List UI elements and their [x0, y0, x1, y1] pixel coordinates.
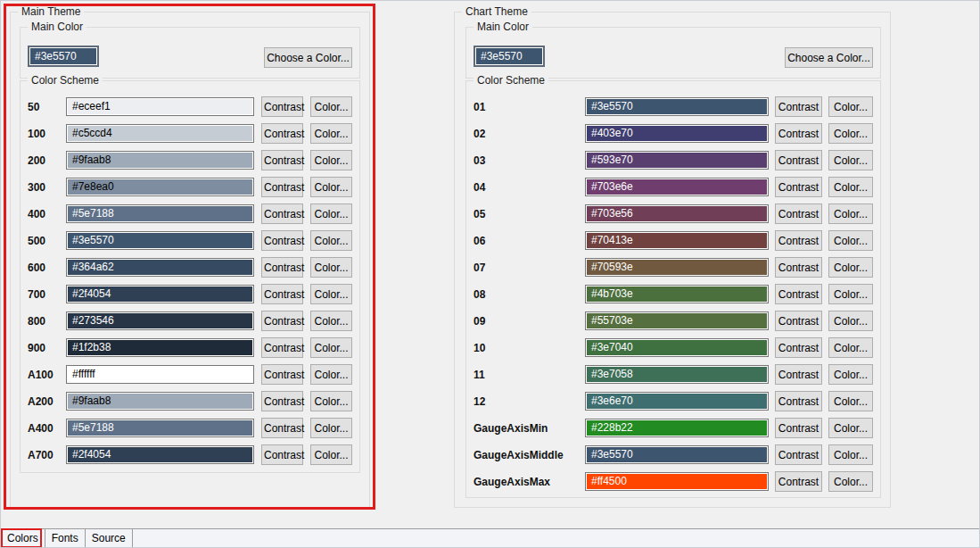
- color-swatch-field[interactable]: #3e7058: [585, 365, 769, 384]
- color-swatch-field[interactable]: #70413e: [585, 231, 769, 250]
- contrast-button[interactable]: Contrast: [775, 364, 822, 385]
- color-button[interactable]: Color...: [310, 96, 352, 117]
- contrast-button[interactable]: Contrast: [775, 257, 822, 278]
- color-swatch-field[interactable]: #9faab8: [66, 392, 254, 411]
- color-swatch-field[interactable]: #2f4054: [66, 285, 254, 303]
- color-swatch-field[interactable]: #3e5570: [585, 97, 769, 116]
- color-button[interactable]: Color...: [310, 230, 352, 251]
- color-swatch-field[interactable]: #703e56: [585, 204, 769, 223]
- contrast-button[interactable]: Contrast: [775, 471, 822, 492]
- chart-theme-color-scheme-group: Color Scheme 01#3e5570ContrastColor...02…: [465, 80, 881, 498]
- contrast-button[interactable]: Contrast: [261, 311, 303, 331]
- color-hex-value: #703e56: [587, 206, 767, 221]
- color-swatch-field[interactable]: #7e8ea0: [66, 178, 254, 196]
- contrast-button[interactable]: Contrast: [261, 257, 303, 278]
- color-button[interactable]: Color...: [828, 203, 873, 224]
- contrast-button[interactable]: Contrast: [775, 337, 822, 358]
- color-swatch-field[interactable]: #364a62: [66, 258, 254, 277]
- color-button[interactable]: Color...: [310, 418, 352, 438]
- color-button[interactable]: Color...: [828, 444, 873, 465]
- color-button[interactable]: Color...: [828, 311, 873, 331]
- choose-color-button[interactable]: Choose a Color...: [785, 47, 873, 68]
- color-button[interactable]: Color...: [310, 203, 352, 224]
- scheme-key-label: 06: [474, 235, 579, 247]
- contrast-button[interactable]: Contrast: [775, 123, 822, 144]
- contrast-button[interactable]: Contrast: [775, 311, 822, 331]
- contrast-button[interactable]: Contrast: [261, 284, 303, 304]
- contrast-button[interactable]: Contrast: [261, 444, 303, 465]
- color-button[interactable]: Color...: [310, 364, 352, 385]
- color-button[interactable]: Color...: [828, 284, 873, 304]
- color-scheme-row: 500#3e5570ContrastColor...: [28, 230, 352, 251]
- tab-source[interactable]: Source: [86, 529, 133, 548]
- contrast-button[interactable]: Contrast: [261, 96, 303, 117]
- color-button[interactable]: Color...: [828, 150, 873, 170]
- choose-color-button[interactable]: Choose a Color...: [264, 47, 352, 68]
- contrast-button[interactable]: Contrast: [261, 418, 303, 438]
- color-swatch-field[interactable]: #eceef1: [66, 97, 254, 116]
- color-button[interactable]: Color...: [310, 177, 352, 197]
- color-button[interactable]: Color...: [828, 177, 873, 197]
- contrast-button[interactable]: Contrast: [261, 123, 303, 144]
- color-swatch-field[interactable]: #3e5570: [585, 445, 769, 464]
- color-swatch-field[interactable]: #228b22: [585, 419, 769, 437]
- color-swatch-field[interactable]: #5e7188: [66, 419, 254, 437]
- color-swatch-field[interactable]: #593e70: [585, 151, 769, 170]
- color-swatch-field[interactable]: #5e7188: [66, 204, 254, 223]
- contrast-button[interactable]: Contrast: [775, 150, 822, 170]
- color-swatch-field[interactable]: #403e70: [585, 124, 769, 143]
- contrast-button[interactable]: Contrast: [775, 177, 822, 197]
- color-button[interactable]: Color...: [828, 96, 873, 117]
- contrast-button[interactable]: Contrast: [261, 203, 303, 224]
- color-swatch-field[interactable]: #3e6e70: [585, 392, 769, 411]
- contrast-button[interactable]: Contrast: [261, 364, 303, 385]
- contrast-button[interactable]: Contrast: [261, 391, 303, 411]
- color-swatch-field[interactable]: #703e6e: [585, 178, 769, 196]
- contrast-button[interactable]: Contrast: [775, 391, 822, 411]
- color-button[interactable]: Color...: [310, 337, 352, 358]
- contrast-button[interactable]: Contrast: [261, 177, 303, 197]
- color-button[interactable]: Color...: [828, 230, 873, 251]
- color-swatch-field[interactable]: #3e7040: [585, 338, 769, 357]
- color-button[interactable]: Color...: [310, 444, 352, 465]
- color-scheme-row: 09#55703eContrastColor...: [474, 311, 873, 331]
- color-swatch-field[interactable]: #ffffff: [66, 365, 254, 384]
- bottom-tab-strip: Colors Fonts Source: [1, 528, 979, 548]
- contrast-button[interactable]: Contrast: [775, 284, 822, 304]
- contrast-button[interactable]: Contrast: [775, 96, 822, 117]
- color-swatch-field[interactable]: #4b703e: [585, 285, 769, 303]
- contrast-button[interactable]: Contrast: [775, 203, 822, 224]
- color-button[interactable]: Color...: [310, 257, 352, 278]
- color-button[interactable]: Color...: [828, 337, 873, 358]
- color-button[interactable]: Color...: [828, 364, 873, 385]
- color-swatch-field[interactable]: #2f4054: [66, 445, 254, 464]
- tab-fonts[interactable]: Fonts: [45, 529, 86, 548]
- contrast-button[interactable]: Contrast: [261, 150, 303, 170]
- contrast-button[interactable]: Contrast: [775, 230, 822, 251]
- color-button[interactable]: Color...: [828, 257, 873, 278]
- color-button[interactable]: Color...: [310, 391, 352, 411]
- color-swatch-field[interactable]: #55703e: [585, 311, 769, 330]
- color-swatch-field[interactable]: #9faab8: [66, 151, 254, 170]
- color-swatch-field[interactable]: #70593e: [585, 258, 769, 277]
- main-color-swatch-field[interactable]: #3e5570: [28, 46, 99, 67]
- color-swatch-field[interactable]: #ff4500: [585, 472, 769, 491]
- color-button[interactable]: Color...: [828, 391, 873, 411]
- contrast-button[interactable]: Contrast: [775, 444, 822, 465]
- contrast-button[interactable]: Contrast: [261, 230, 303, 251]
- color-button[interactable]: Color...: [310, 123, 352, 144]
- color-swatch-field[interactable]: #c5ccd4: [66, 124, 254, 143]
- color-swatch-field[interactable]: #3e5570: [66, 231, 254, 250]
- color-swatch-field[interactable]: #273546: [66, 311, 254, 330]
- color-button[interactable]: Color...: [310, 311, 352, 331]
- color-button[interactable]: Color...: [828, 471, 873, 492]
- tab-colors[interactable]: Colors: [1, 529, 45, 548]
- color-swatch-field[interactable]: #1f2b38: [66, 338, 254, 357]
- color-button[interactable]: Color...: [828, 123, 873, 144]
- color-button[interactable]: Color...: [828, 418, 873, 438]
- contrast-button[interactable]: Contrast: [775, 418, 822, 438]
- contrast-button[interactable]: Contrast: [261, 337, 303, 358]
- color-button[interactable]: Color...: [310, 150, 352, 170]
- main-color-swatch-field[interactable]: #3e5570: [474, 46, 545, 67]
- color-button[interactable]: Color...: [310, 284, 352, 304]
